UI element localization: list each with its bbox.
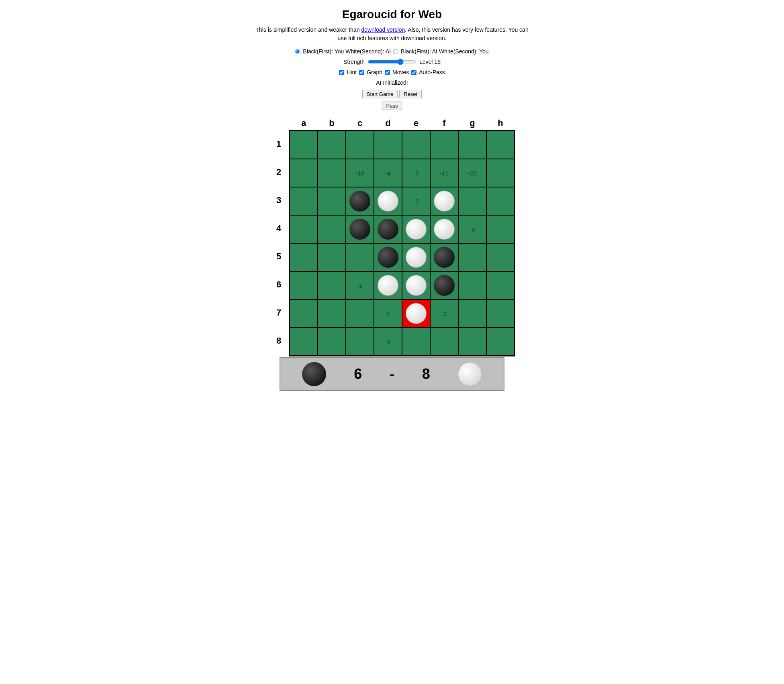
white-stone — [406, 219, 427, 240]
cell-2-7[interactable]: -22 — [458, 159, 486, 187]
page-title: Egaroucid for Web — [342, 8, 442, 21]
cell-5-1[interactable] — [290, 243, 318, 271]
white-stone-score — [458, 362, 482, 386]
moves-checkbox[interactable] — [385, 70, 390, 75]
cell-2-2[interactable] — [318, 159, 346, 187]
score-separator: - — [390, 366, 394, 383]
cell-6-6[interactable] — [430, 271, 458, 299]
cell-2-1[interactable] — [290, 159, 318, 187]
cell-3-5[interactable]: -5 — [402, 187, 430, 215]
cell-1-7[interactable] — [458, 131, 486, 159]
cell-5-6[interactable] — [430, 243, 458, 271]
cell-2-5[interactable]: -6 — [402, 159, 430, 187]
hint-value: -5 — [413, 198, 419, 205]
cell-7-5[interactable] — [402, 299, 430, 328]
cell-6-7[interactable] — [458, 271, 486, 299]
game-board[interactable]: -10-4-6-11-22-5-9-20-2-8 — [289, 130, 515, 356]
cell-7-1[interactable] — [290, 299, 318, 328]
strength-slider[interactable] — [368, 59, 416, 65]
cell-3-6[interactable] — [430, 187, 458, 215]
cell-1-3[interactable] — [346, 131, 374, 159]
cell-3-2[interactable] — [318, 187, 346, 215]
cell-5-7[interactable] — [458, 243, 486, 271]
board-with-rows: 1 2 3 4 5 6 7 8 -10-4-6-11-22-5-9-20-2-8 — [269, 130, 515, 356]
radio-black-first-ai[interactable] — [393, 49, 398, 54]
graph-checkbox[interactable] — [359, 70, 364, 75]
cell-6-8[interactable] — [486, 271, 514, 299]
cell-5-5[interactable] — [402, 243, 430, 271]
cell-8-7[interactable] — [458, 328, 486, 356]
cell-4-1[interactable] — [290, 215, 318, 243]
cell-4-8[interactable] — [486, 215, 514, 243]
hint-value: -22 — [468, 170, 477, 177]
options-row: Hint Graph Moves Auto-Pass — [339, 69, 445, 75]
start-game-button[interactable]: Start Game — [362, 90, 398, 98]
cell-5-3[interactable] — [346, 243, 374, 271]
row-5: 5 — [269, 242, 289, 271]
cell-7-3[interactable] — [346, 299, 374, 328]
cell-8-8[interactable] — [486, 328, 514, 356]
cell-7-6[interactable]: -2 — [430, 299, 458, 328]
row-7: 7 — [269, 299, 289, 327]
cell-2-4[interactable]: -4 — [374, 159, 402, 187]
pass-button[interactable]: Pass — [382, 102, 402, 110]
cell-2-3[interactable]: -10 — [346, 159, 374, 187]
cell-4-6[interactable] — [430, 215, 458, 243]
reset-button[interactable]: Reset — [399, 90, 422, 98]
cell-3-7[interactable] — [458, 187, 486, 215]
pass-row: Pass — [382, 102, 402, 110]
cell-8-5[interactable] — [402, 328, 430, 356]
cell-6-5[interactable] — [402, 271, 430, 299]
white-stone — [434, 191, 455, 212]
cell-2-8[interactable] — [486, 159, 514, 187]
col-f: f — [430, 118, 458, 130]
cell-2-6[interactable]: -11 — [430, 159, 458, 187]
hint-value: -6 — [413, 170, 419, 177]
board-area: a b c d e f g h 1 2 3 4 5 6 7 8 -10-4-6-… — [269, 118, 515, 391]
download-link[interactable]: download version — [361, 26, 405, 33]
graph-label: Graph — [367, 69, 382, 75]
black-stone — [434, 275, 455, 296]
cell-1-1[interactable] — [290, 131, 318, 159]
cell-8-2[interactable] — [318, 328, 346, 356]
cell-1-8[interactable] — [486, 131, 514, 159]
cell-8-4[interactable]: -8 — [374, 328, 402, 356]
cell-8-1[interactable] — [290, 328, 318, 356]
cell-5-4[interactable] — [374, 243, 402, 271]
cell-4-4[interactable] — [374, 215, 402, 243]
cell-4-5[interactable] — [402, 215, 430, 243]
cell-7-7[interactable] — [458, 299, 486, 328]
cell-6-3[interactable]: -2 — [346, 271, 374, 299]
cell-7-4[interactable]: 0 — [374, 299, 402, 328]
cell-4-3[interactable] — [346, 215, 374, 243]
cell-1-2[interactable] — [318, 131, 346, 159]
cell-3-1[interactable] — [290, 187, 318, 215]
cell-7-8[interactable] — [486, 299, 514, 328]
cell-1-4[interactable] — [374, 131, 402, 159]
cell-8-6[interactable] — [430, 328, 458, 356]
cell-6-4[interactable] — [374, 271, 402, 299]
hint-value: -8 — [385, 338, 390, 345]
cell-5-8[interactable] — [486, 243, 514, 271]
cell-5-2[interactable] — [318, 243, 346, 271]
cell-4-2[interactable] — [318, 215, 346, 243]
black-stone — [378, 219, 398, 240]
hint-value: 0 — [386, 310, 390, 317]
radio-black-first-you[interactable] — [295, 49, 300, 54]
cell-3-4[interactable] — [374, 187, 402, 215]
main-buttons: Start Game Reset — [362, 90, 422, 98]
autopass-checkbox[interactable] — [411, 70, 416, 75]
row-8: 8 — [269, 327, 289, 355]
hint-checkbox[interactable] — [339, 70, 344, 75]
cell-6-2[interactable] — [318, 271, 346, 299]
cell-7-2[interactable] — [318, 299, 346, 328]
cell-6-1[interactable] — [290, 271, 318, 299]
white-stone — [406, 275, 427, 296]
cell-3-3[interactable] — [346, 187, 374, 215]
cell-4-7[interactable]: -9 — [458, 215, 486, 243]
cell-1-5[interactable] — [402, 131, 430, 159]
cell-3-8[interactable] — [486, 187, 514, 215]
score-bar: 6 - 8 — [280, 357, 504, 391]
cell-1-6[interactable] — [430, 131, 458, 159]
cell-8-3[interactable] — [346, 328, 374, 356]
